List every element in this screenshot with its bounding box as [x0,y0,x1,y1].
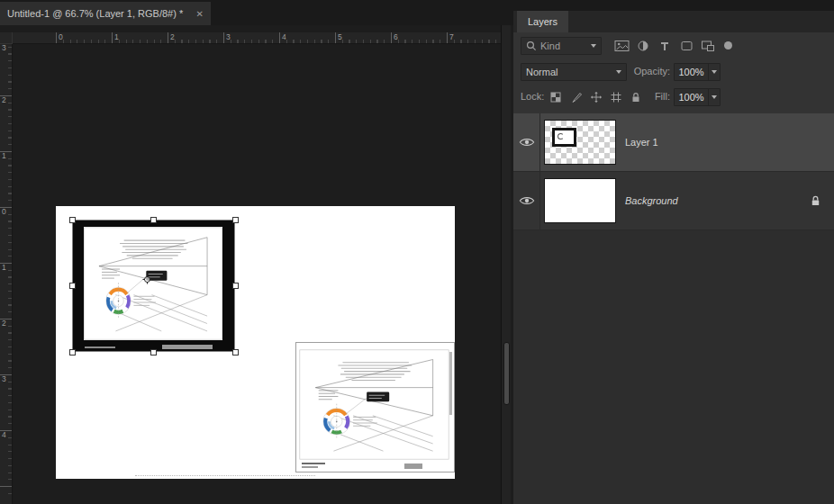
horizontal-ruler[interactable]: 0 1 2 3 4 5 6 7 [13,32,501,44]
ruler-label: 2 [2,96,6,104]
ruler-label: 0 [2,208,6,216]
filter-adjustment-layers-button[interactable] [634,37,652,55]
thumbnail-detail [558,133,564,140]
thumbnail-image-preview [552,128,576,147]
fill-label: Fill: [611,91,670,102]
shape-icon [680,40,693,52]
pasted-image-framed-content [84,227,222,340]
blend-mode-value: Normal [526,67,558,77]
transform-handle-middle-left[interactable] [69,283,76,289]
chevron-down-icon [591,44,596,48]
document-tab[interactable]: Untitled-1 @ 66.7% (Layer 1, RGB/8#) * ✕ [0,2,211,25]
layer-filter-kind-select[interactable]: Kind [521,37,602,55]
lock-image-pixels-button[interactable] [568,89,585,105]
ruler-label: 7 [449,33,454,41]
eye-icon [519,137,535,148]
transform-handle-bottom-left[interactable] [69,349,76,356]
canvas-vertical-scrollbar[interactable] [501,25,511,504]
layer-list: Layer 1 Background [513,113,834,230]
smart-object-icon [701,40,715,53]
filter-shape-layers-button[interactable] [677,37,695,55]
fill-value: 100% [675,92,708,103]
panel-top-gap [513,0,834,11]
ruler-label: 2 [2,320,6,328]
transform-handle-top-center[interactable] [150,217,157,223]
filter-type-layers-button[interactable] [656,37,674,55]
scrollbar-thumb[interactable] [503,342,510,405]
embedded-scrollbar-placeholder [449,352,452,415]
layer-name[interactable]: Background [625,195,678,206]
opacity-label: Opacity: [611,66,670,76]
ruler-label: 5 [338,33,342,41]
background-locked-indicator [810,195,821,207]
transform-handle-top-left[interactable] [69,217,76,223]
ruler-label: 6 [394,33,398,41]
pasted-image-framed[interactable] [72,220,235,352]
ruler-label: 2 [170,33,175,41]
lock-transparent-pixels-button[interactable] [548,89,564,105]
pasted-image-plain[interactable] [295,342,455,472]
frame-toolbar-placeholder [162,345,213,349]
layer-thumbnail[interactable] [544,178,616,223]
chevron-down-icon [712,95,717,99]
dotted-guide-line [135,475,315,476]
filter-pixel-layers-button[interactable] [612,37,630,55]
ruler-label: 1 [2,264,6,272]
tab-layers-label: Layers [528,16,558,27]
search-icon [526,40,537,51]
lock-icon [810,195,821,207]
transform-handle-bottom-right[interactable] [232,349,239,356]
document-tab-label: Untitled-1 @ 66.7% (Layer 1, RGB/8#) * [7,8,189,19]
vertical-ruler[interactable]: 3 2 1 0 1 2 3 4 [0,44,13,504]
ruler-label: 3 [2,44,6,52]
layer-thumbnail[interactable] [544,120,616,165]
visibility-toggle[interactable] [513,172,540,230]
image-icon [614,40,630,52]
fill-combo[interactable]: 100% [674,88,721,106]
ruler-label: 1 [114,33,119,41]
tab-layers[interactable]: Layers [517,11,568,32]
frame-caption-placeholder [85,346,115,348]
panel-tab-bar: Layers [513,11,834,32]
transform-handle-bottom-center[interactable] [150,349,157,356]
opacity-combo[interactable]: 100% [674,63,721,81]
opacity-value: 100% [675,67,708,77]
ruler-label: 1 [2,152,6,160]
layer-row-background[interactable]: Background [513,172,834,230]
transform-handle-top-right[interactable] [232,217,239,223]
layers-panel: Layers Kind [513,0,834,504]
document-canvas[interactable] [56,206,455,479]
visibility-toggle[interactable] [513,113,540,171]
kind-select-value: Kind [540,40,560,51]
caption-placeholder [302,463,325,464]
eye-icon [519,195,535,206]
caption-placeholder [302,466,318,468]
diagram-artwork [299,349,449,460]
layer-row-layer-1[interactable]: Layer 1 [513,113,834,172]
transform-reference-point[interactable] [142,274,152,284]
pasteboard[interactable] [13,44,501,504]
filter-smart-objects-button[interactable] [699,37,717,55]
tab-close-icon[interactable]: ✕ [196,9,204,19]
transparency-checker-icon [549,91,562,104]
ruler-label: 4 [282,33,286,41]
layer-filter-row: Kind [513,32,834,59]
brush-icon [570,91,583,104]
toolbar-placeholder [404,464,422,469]
layer-filtering-toggle[interactable] [724,41,732,50]
lock-position-button[interactable] [588,89,604,105]
ruler-label: 4 [2,431,6,439]
chevron-down-icon [712,70,717,74]
transform-handle-middle-right[interactable] [232,283,239,289]
ruler-label: 3 [226,33,231,41]
panel-empty-area [513,230,834,504]
diagram-artwork [84,227,222,340]
adjustment-icon [637,40,649,52]
ruler-label: 3 [2,375,6,383]
layer-name[interactable]: Layer 1 [625,137,658,148]
opacity-dropdown-button[interactable] [708,64,720,80]
canvas-area: 0 1 2 3 4 5 6 7 3 2 1 0 1 2 3 4 [0,25,501,504]
lock-row: Lock: [513,85,834,110]
type-icon [658,40,671,52]
fill-dropdown-button[interactable] [708,89,720,105]
